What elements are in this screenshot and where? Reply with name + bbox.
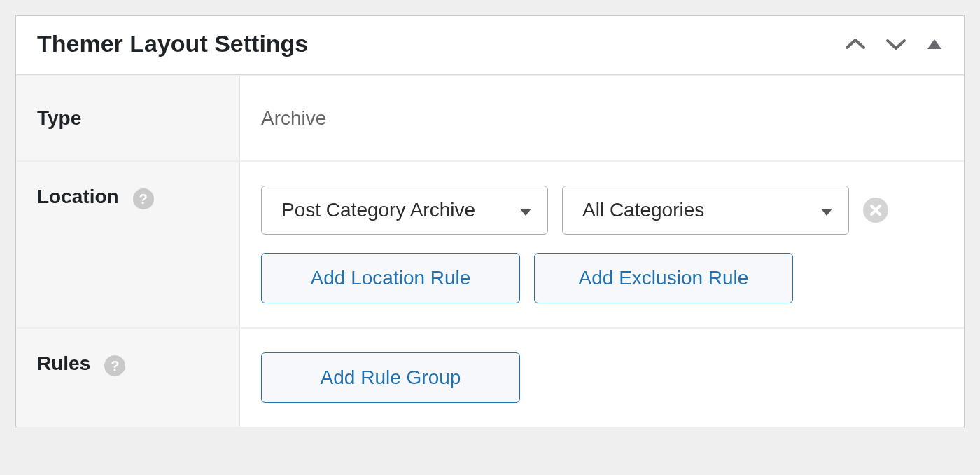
- panel-toggle-icon[interactable]: [926, 38, 943, 50]
- row-location: Location ? Post Category Archive All Cat…: [16, 160, 964, 327]
- add-location-rule-button[interactable]: Add Location Rule: [261, 253, 520, 303]
- row-rules-label-cell: Rules ?: [16, 329, 240, 427]
- location-buttons-line: Add Location Rule Add Exclusion Rule: [261, 253, 943, 303]
- help-icon[interactable]: ?: [104, 355, 125, 376]
- location-selects-line: Post Category Archive All Categories: [261, 186, 943, 235]
- row-location-label-cell: Location ?: [16, 162, 240, 327]
- location-archive-select-value: Post Category Archive: [281, 199, 475, 221]
- row-type: Type Archive: [16, 75, 964, 160]
- row-location-value-cell: Post Category Archive All Categories: [240, 162, 964, 327]
- panel-move-down-icon[interactable]: [886, 37, 906, 51]
- row-rules: Rules ? Add Rule Group: [16, 327, 964, 427]
- panel-move-up-icon[interactable]: [845, 37, 866, 51]
- themer-layout-panel: Themer Layout Settings Type Archive: [15, 15, 965, 427]
- svg-marker-1: [520, 209, 531, 216]
- row-rules-value-cell: Add Rule Group: [240, 329, 964, 427]
- panel-header-actions: [845, 37, 943, 51]
- svg-marker-0: [927, 39, 941, 49]
- remove-rule-icon[interactable]: [863, 198, 888, 223]
- rules-label: Rules: [37, 352, 90, 375]
- add-exclusion-rule-button[interactable]: Add Exclusion Rule: [534, 253, 793, 303]
- type-value: Archive: [261, 107, 326, 130]
- location-categories-select[interactable]: All Categories: [562, 186, 849, 235]
- row-type-value-cell: Archive: [240, 76, 964, 160]
- chevron-down-icon: [820, 199, 833, 221]
- location-archive-select[interactable]: Post Category Archive: [261, 186, 548, 235]
- type-label: Type: [37, 107, 81, 130]
- help-icon[interactable]: ?: [133, 188, 154, 209]
- panel-title: Themer Layout Settings: [37, 30, 308, 57]
- row-type-label-cell: Type: [16, 76, 240, 160]
- panel-header: Themer Layout Settings: [16, 16, 964, 75]
- chevron-down-icon: [519, 199, 532, 221]
- location-categories-select-value: All Categories: [582, 199, 704, 221]
- add-rule-group-button[interactable]: Add Rule Group: [261, 352, 520, 403]
- svg-marker-2: [821, 209, 832, 216]
- location-label: Location: [37, 186, 119, 208]
